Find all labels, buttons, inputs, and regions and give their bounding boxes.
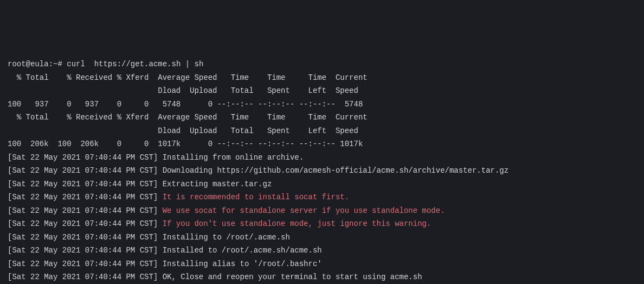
log-warning-message: We use socat for standalone server if yo… <box>163 206 445 215</box>
log-line: [Sat 22 May 2021 07:40:44 PM CST] OK, Cl… <box>8 273 422 281</box>
curl-progress: 100 206k 100 206k 0 0 1017k 0 --:--:-- -… <box>8 140 363 148</box>
log-line: [Sat 22 May 2021 07:40:44 PM CST] Instal… <box>8 246 322 255</box>
log-line: [Sat 22 May 2021 07:40:44 PM CST] Instal… <box>8 233 290 242</box>
log-warning-message: It is recommended to install socat first… <box>163 193 349 201</box>
log-line: [Sat 22 May 2021 07:40:44 PM CST] Extrac… <box>8 180 272 188</box>
log-message: Installing from online archive. <box>163 153 304 162</box>
log-message: OK, Close and reopen your terminal to st… <box>163 273 422 281</box>
curl-header: % Total % Received % Xferd Average Speed… <box>8 113 368 122</box>
log-message: Installing alias to '/root/.bashrc' <box>163 260 322 268</box>
log-line-warning: [Sat 22 May 2021 07:40:44 PM CST] It is … <box>8 193 349 201</box>
command-text: curl https://get.acme.sh | sh <box>67 60 203 68</box>
log-line-warning: [Sat 22 May 2021 07:40:44 PM CST] We use… <box>8 206 445 215</box>
curl-header: Dload Upload Total Spent Left Speed <box>8 86 358 95</box>
log-timestamp: [Sat 22 May 2021 07:40:44 PM CST] <box>8 180 163 188</box>
curl-progress: 100 937 0 937 0 0 5748 0 --:--:-- --:--:… <box>8 100 363 109</box>
log-timestamp: [Sat 22 May 2021 07:40:44 PM CST] <box>8 273 163 281</box>
log-line: [Sat 22 May 2021 07:40:44 PM CST] Instal… <box>8 260 322 268</box>
log-timestamp: [Sat 22 May 2021 07:40:44 PM CST] <box>8 153 163 162</box>
prompt-line: root@eula:~# curl https://get.acme.sh | … <box>8 60 203 68</box>
log-message: Extracting master.tar.gz <box>163 180 272 188</box>
log-timestamp: [Sat 22 May 2021 07:40:44 PM CST] <box>8 260 163 268</box>
log-timestamp: [Sat 22 May 2021 07:40:44 PM CST] <box>8 219 163 228</box>
log-line: [Sat 22 May 2021 07:40:44 PM CST] Downlo… <box>8 166 508 175</box>
log-timestamp: [Sat 22 May 2021 07:40:44 PM CST] <box>8 193 163 201</box>
log-timestamp: [Sat 22 May 2021 07:40:44 PM CST] <box>8 206 163 215</box>
terminal-output: root@eula:~# curl https://get.acme.sh | … <box>8 58 636 284</box>
log-line: [Sat 22 May 2021 07:40:44 PM CST] Instal… <box>8 153 304 162</box>
prompt-user-host: root@eula <box>8 60 49 68</box>
log-warning-message: If you don't use standalone mode, just i… <box>163 219 432 228</box>
log-timestamp: [Sat 22 May 2021 07:40:44 PM CST] <box>8 166 163 175</box>
log-message: Installing to /root/.acme.sh <box>163 233 290 242</box>
log-timestamp: [Sat 22 May 2021 07:40:44 PM CST] <box>8 233 163 242</box>
log-message: Installed to /root/.acme.sh/acme.sh <box>163 246 322 255</box>
curl-header: % Total % Received % Xferd Average Speed… <box>8 73 368 82</box>
log-timestamp: [Sat 22 May 2021 07:40:44 PM CST] <box>8 246 163 255</box>
log-message: Downloading https://github.com/acmesh-of… <box>163 166 509 175</box>
curl-header: Dload Upload Total Spent Left Speed <box>8 127 358 135</box>
log-line-warning: [Sat 22 May 2021 07:40:44 PM CST] If you… <box>8 219 431 228</box>
